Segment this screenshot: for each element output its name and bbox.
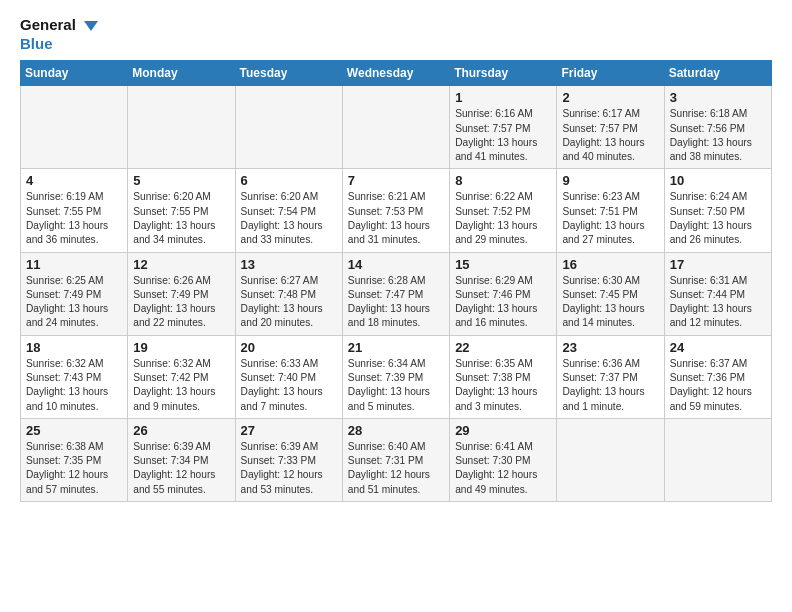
day-number: 18 — [26, 340, 122, 355]
day-number: 23 — [562, 340, 658, 355]
cell-details: Sunrise: 6:32 AM Sunset: 7:42 PM Dayligh… — [133, 357, 229, 414]
calendar-cell: 28Sunrise: 6:40 AM Sunset: 7:31 PM Dayli… — [342, 418, 449, 501]
calendar-cell: 27Sunrise: 6:39 AM Sunset: 7:33 PM Dayli… — [235, 418, 342, 501]
calendar-cell — [664, 418, 771, 501]
calendar-cell: 5Sunrise: 6:20 AM Sunset: 7:55 PM Daylig… — [128, 169, 235, 252]
cell-details: Sunrise: 6:39 AM Sunset: 7:33 PM Dayligh… — [241, 440, 337, 497]
page-header: General Blue — [20, 16, 772, 52]
day-number: 1 — [455, 90, 551, 105]
cell-details: Sunrise: 6:24 AM Sunset: 7:50 PM Dayligh… — [670, 190, 766, 247]
calendar-cell: 20Sunrise: 6:33 AM Sunset: 7:40 PM Dayli… — [235, 335, 342, 418]
day-number: 12 — [133, 257, 229, 272]
cell-details: Sunrise: 6:30 AM Sunset: 7:45 PM Dayligh… — [562, 274, 658, 331]
day-number: 25 — [26, 423, 122, 438]
day-number: 11 — [26, 257, 122, 272]
cell-details: Sunrise: 6:18 AM Sunset: 7:56 PM Dayligh… — [670, 107, 766, 164]
day-number: 8 — [455, 173, 551, 188]
cell-details: Sunrise: 6:40 AM Sunset: 7:31 PM Dayligh… — [348, 440, 444, 497]
day-number: 14 — [348, 257, 444, 272]
calendar-cell: 13Sunrise: 6:27 AM Sunset: 7:48 PM Dayli… — [235, 252, 342, 335]
cell-details: Sunrise: 6:38 AM Sunset: 7:35 PM Dayligh… — [26, 440, 122, 497]
calendar-cell: 15Sunrise: 6:29 AM Sunset: 7:46 PM Dayli… — [450, 252, 557, 335]
cell-details: Sunrise: 6:36 AM Sunset: 7:37 PM Dayligh… — [562, 357, 658, 414]
cell-details: Sunrise: 6:22 AM Sunset: 7:52 PM Dayligh… — [455, 190, 551, 247]
cell-details: Sunrise: 6:21 AM Sunset: 7:53 PM Dayligh… — [348, 190, 444, 247]
cell-details: Sunrise: 6:17 AM Sunset: 7:57 PM Dayligh… — [562, 107, 658, 164]
cell-details: Sunrise: 6:27 AM Sunset: 7:48 PM Dayligh… — [241, 274, 337, 331]
calendar-cell: 7Sunrise: 6:21 AM Sunset: 7:53 PM Daylig… — [342, 169, 449, 252]
cell-details: Sunrise: 6:20 AM Sunset: 7:54 PM Dayligh… — [241, 190, 337, 247]
calendar-cell — [235, 86, 342, 169]
calendar-cell: 29Sunrise: 6:41 AM Sunset: 7:30 PM Dayli… — [450, 418, 557, 501]
calendar-cell: 1Sunrise: 6:16 AM Sunset: 7:57 PM Daylig… — [450, 86, 557, 169]
day-number: 27 — [241, 423, 337, 438]
column-header-tuesday: Tuesday — [235, 61, 342, 86]
cell-details: Sunrise: 6:33 AM Sunset: 7:40 PM Dayligh… — [241, 357, 337, 414]
calendar-cell: 22Sunrise: 6:35 AM Sunset: 7:38 PM Dayli… — [450, 335, 557, 418]
cell-details: Sunrise: 6:37 AM Sunset: 7:36 PM Dayligh… — [670, 357, 766, 414]
calendar-cell: 12Sunrise: 6:26 AM Sunset: 7:49 PM Dayli… — [128, 252, 235, 335]
calendar-cell: 14Sunrise: 6:28 AM Sunset: 7:47 PM Dayli… — [342, 252, 449, 335]
cell-details: Sunrise: 6:39 AM Sunset: 7:34 PM Dayligh… — [133, 440, 229, 497]
svg-marker-0 — [84, 21, 98, 31]
day-number: 17 — [670, 257, 766, 272]
calendar-cell: 24Sunrise: 6:37 AM Sunset: 7:36 PM Dayli… — [664, 335, 771, 418]
calendar-cell: 17Sunrise: 6:31 AM Sunset: 7:44 PM Dayli… — [664, 252, 771, 335]
day-number: 16 — [562, 257, 658, 272]
day-number: 29 — [455, 423, 551, 438]
calendar-cell — [128, 86, 235, 169]
logo-arrow-icon — [82, 17, 100, 35]
day-number: 5 — [133, 173, 229, 188]
day-number: 21 — [348, 340, 444, 355]
calendar-cell: 26Sunrise: 6:39 AM Sunset: 7:34 PM Dayli… — [128, 418, 235, 501]
column-header-monday: Monday — [128, 61, 235, 86]
calendar-cell: 6Sunrise: 6:20 AM Sunset: 7:54 PM Daylig… — [235, 169, 342, 252]
calendar-cell: 11Sunrise: 6:25 AM Sunset: 7:49 PM Dayli… — [21, 252, 128, 335]
calendar-cell: 10Sunrise: 6:24 AM Sunset: 7:50 PM Dayli… — [664, 169, 771, 252]
calendar-cell: 9Sunrise: 6:23 AM Sunset: 7:51 PM Daylig… — [557, 169, 664, 252]
day-number: 24 — [670, 340, 766, 355]
day-number: 10 — [670, 173, 766, 188]
logo-text: General Blue — [20, 16, 100, 52]
cell-details: Sunrise: 6:28 AM Sunset: 7:47 PM Dayligh… — [348, 274, 444, 331]
calendar-cell: 25Sunrise: 6:38 AM Sunset: 7:35 PM Dayli… — [21, 418, 128, 501]
day-number: 6 — [241, 173, 337, 188]
calendar-cell — [557, 418, 664, 501]
calendar-cell: 21Sunrise: 6:34 AM Sunset: 7:39 PM Dayli… — [342, 335, 449, 418]
cell-details: Sunrise: 6:41 AM Sunset: 7:30 PM Dayligh… — [455, 440, 551, 497]
column-header-sunday: Sunday — [21, 61, 128, 86]
day-number: 9 — [562, 173, 658, 188]
logo-general: General — [20, 16, 100, 35]
calendar-cell: 4Sunrise: 6:19 AM Sunset: 7:55 PM Daylig… — [21, 169, 128, 252]
cell-details: Sunrise: 6:19 AM Sunset: 7:55 PM Dayligh… — [26, 190, 122, 247]
calendar-cell: 3Sunrise: 6:18 AM Sunset: 7:56 PM Daylig… — [664, 86, 771, 169]
cell-details: Sunrise: 6:31 AM Sunset: 7:44 PM Dayligh… — [670, 274, 766, 331]
column-header-saturday: Saturday — [664, 61, 771, 86]
calendar-cell: 8Sunrise: 6:22 AM Sunset: 7:52 PM Daylig… — [450, 169, 557, 252]
calendar-cell: 2Sunrise: 6:17 AM Sunset: 7:57 PM Daylig… — [557, 86, 664, 169]
logo: General Blue — [20, 16, 100, 52]
day-number: 15 — [455, 257, 551, 272]
cell-details: Sunrise: 6:29 AM Sunset: 7:46 PM Dayligh… — [455, 274, 551, 331]
calendar-cell — [21, 86, 128, 169]
cell-details: Sunrise: 6:16 AM Sunset: 7:57 PM Dayligh… — [455, 107, 551, 164]
day-number: 19 — [133, 340, 229, 355]
column-header-wednesday: Wednesday — [342, 61, 449, 86]
column-header-thursday: Thursday — [450, 61, 557, 86]
day-number: 4 — [26, 173, 122, 188]
calendar-cell: 19Sunrise: 6:32 AM Sunset: 7:42 PM Dayli… — [128, 335, 235, 418]
day-number: 7 — [348, 173, 444, 188]
day-number: 28 — [348, 423, 444, 438]
calendar-cell: 23Sunrise: 6:36 AM Sunset: 7:37 PM Dayli… — [557, 335, 664, 418]
cell-details: Sunrise: 6:25 AM Sunset: 7:49 PM Dayligh… — [26, 274, 122, 331]
calendar-cell — [342, 86, 449, 169]
cell-details: Sunrise: 6:23 AM Sunset: 7:51 PM Dayligh… — [562, 190, 658, 247]
column-header-friday: Friday — [557, 61, 664, 86]
calendar-table: SundayMondayTuesdayWednesdayThursdayFrid… — [20, 60, 772, 502]
day-number: 3 — [670, 90, 766, 105]
calendar-cell: 18Sunrise: 6:32 AM Sunset: 7:43 PM Dayli… — [21, 335, 128, 418]
cell-details: Sunrise: 6:26 AM Sunset: 7:49 PM Dayligh… — [133, 274, 229, 331]
logo-blue: Blue — [20, 35, 100, 52]
day-number: 22 — [455, 340, 551, 355]
cell-details: Sunrise: 6:35 AM Sunset: 7:38 PM Dayligh… — [455, 357, 551, 414]
